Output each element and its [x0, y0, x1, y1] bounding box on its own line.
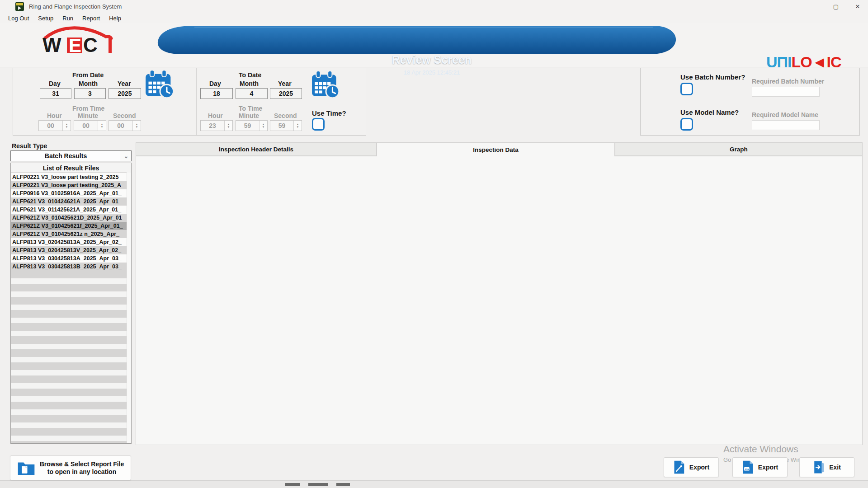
exit-button[interactable]: Exit [799, 457, 854, 477]
spinner-arrows-icon[interactable]: ▲▼ [132, 121, 141, 131]
file-list-scrollbar[interactable] [127, 173, 131, 443]
minimize-button[interactable]: – [803, 0, 824, 13]
tab-inspection-header-details[interactable]: Inspection Header Details [136, 142, 377, 156]
menu-item-run[interactable]: Run [58, 15, 78, 22]
result-file-item[interactable]: ALFP813 V3_020425813V_2025_Apr_02_ [11, 246, 131, 254]
to-second-label: Second [274, 112, 297, 119]
spinner-arrows-icon[interactable]: ▲▼ [98, 121, 106, 131]
use-time-label: Use Time? [312, 109, 346, 117]
to-hour-label: Hour [208, 112, 223, 119]
app-icon [15, 2, 24, 11]
result-file-list-header: List of Result Files [11, 163, 131, 173]
maximize-button[interactable]: ▢ [826, 0, 846, 13]
to-minute-spinner[interactable]: 59▲▼ [236, 120, 268, 131]
chevron-down-icon[interactable]: ⌄ [121, 151, 131, 161]
browse-report-button[interactable]: Browse & Select Report File to open in a… [10, 455, 131, 480]
result-file-item[interactable]: ALFP621 V3_011425621A_2025_Apr_01_ [11, 206, 131, 214]
to-year-field[interactable]: 2025 [270, 88, 302, 99]
menu-bar: Log Out Setup Run Report Help [0, 13, 868, 23]
result-file-item[interactable]: ALFP0221 V3_loose part testing 2_2025 [11, 173, 131, 181]
close-button[interactable]: ✕ [847, 0, 868, 13]
to-minute-label: Minute [239, 112, 259, 119]
result-file-item[interactable]: ALFP621Z V3_010425621z n_2025_Apr_ [11, 230, 131, 238]
export-pdf-button[interactable]: Export [664, 457, 719, 477]
menu-item-help[interactable]: Help [104, 15, 126, 22]
exit-door-icon [813, 460, 825, 474]
spinner-arrows-icon[interactable]: ▲▼ [62, 121, 71, 131]
spinner-arrows-icon[interactable]: ▲▼ [224, 121, 232, 131]
background-window-fragment [308, 483, 328, 486]
use-model-label: Use Model Name? [680, 108, 739, 116]
header: W E C Passion For Excellence Review Scre… [0, 23, 868, 67]
to-time-label: To Time [239, 105, 262, 112]
from-date-label: From Date [72, 71, 104, 79]
menu-item-logout[interactable]: Log Out [4, 15, 33, 22]
from-second-label: Second [113, 112, 136, 119]
spinner-arrows-icon[interactable]: ▲▼ [293, 121, 302, 131]
from-minute-label: Minute [78, 112, 98, 119]
spinner-arrows-icon[interactable]: ▲▼ [259, 121, 267, 131]
pdf-file-icon [673, 460, 685, 474]
to-calendar-icon [311, 70, 341, 100]
result-file-list: ALFP0221 V3_loose part testing 2_2025ALF… [11, 173, 131, 271]
from-hour-spinner[interactable]: 00▲▼ [38, 120, 71, 131]
to-day-field[interactable]: 18 [200, 88, 233, 99]
required-batch-label: Required Batch Number [752, 78, 824, 85]
title-bar: Ring and Flange Inspection System – ▢ ✕ [0, 0, 868, 13]
result-file-item[interactable]: ALFP0916 V3_01025916A_2025_Apr_01_ [11, 189, 131, 197]
use-model-checkbox[interactable] [680, 118, 693, 131]
result-file-item[interactable]: ALFP621Z V3_010425621f_2025_Apr_01_ [11, 222, 131, 230]
menu-item-report[interactable]: Report [78, 15, 104, 22]
window-title: Ring and Flange Inspection System [29, 3, 122, 10]
export-pdf-label: Export [689, 464, 709, 471]
to-month-label: Month [240, 80, 259, 87]
background-window-fragment [336, 483, 350, 486]
menu-item-setup[interactable]: Setup [33, 15, 58, 22]
svg-text:csv: csv [745, 468, 750, 470]
export-csv-button[interactable]: csv Export [732, 457, 788, 477]
from-minute-spinner[interactable]: 00▲▼ [74, 120, 106, 131]
result-file-item[interactable]: ALFP813 V3_020425813A_2025_Apr_02_ [11, 238, 131, 246]
to-month-field[interactable]: 4 [236, 88, 268, 99]
required-model-input[interactable] [752, 120, 820, 130]
required-batch-input[interactable] [752, 87, 820, 97]
from-day-field[interactable]: 31 [40, 88, 71, 99]
background-window-fragment [285, 483, 300, 486]
activate-windows-text: Activate Windows [723, 444, 798, 455]
from-month-field[interactable]: 3 [74, 88, 106, 99]
tab-graph[interactable]: Graph [615, 142, 863, 156]
banner-shape [0, 24, 868, 56]
from-year-field[interactable]: 2025 [108, 88, 141, 99]
to-second-spinner[interactable]: 59▲▼ [270, 120, 302, 131]
to-year-label: Year [278, 80, 292, 87]
result-type-dropdown[interactable]: Batch Results ⌄ [10, 150, 132, 161]
use-time-checkbox[interactable] [312, 118, 325, 131]
from-hour-label: Hour [47, 112, 62, 119]
result-file-item[interactable]: ALFP621Z V3_010425621D_2025_Apr_01 [11, 214, 131, 222]
background-window-strip [0, 480, 868, 488]
tab-inspection-data[interactable]: Inspection Data [377, 142, 615, 156]
to-hour-spinner[interactable]: 23▲▼ [200, 120, 233, 131]
tab-content-panel [136, 156, 863, 445]
export-csv-label: Export [758, 464, 778, 471]
batch-model-panel [640, 68, 860, 136]
result-type-label: Result Type [12, 142, 47, 150]
result-file-item[interactable]: ALFP813 V3_030425813B_2025_Apr_03_ [11, 263, 131, 271]
use-batch-label: Use Batch Number? [680, 73, 745, 81]
folder-icon [17, 460, 35, 476]
from-month-label: Month [79, 80, 98, 87]
to-day-label: Day [209, 80, 221, 87]
from-year-label: Year [118, 80, 131, 87]
result-file-listbox: List of Result Files ALFP0221 V3_loose p… [10, 163, 132, 444]
result-file-item[interactable]: ALFP0221 V3_loose part testing_2025_A [11, 181, 131, 189]
required-model-label: Required Model Name [752, 111, 818, 118]
from-second-spinner[interactable]: 00▲▼ [108, 120, 141, 131]
result-file-empty-rows [11, 271, 131, 444]
browse-label-line1: Browse & Select Report File [40, 460, 124, 468]
app-window: { "window": { "title": "Ring and Flange … [0, 0, 868, 488]
use-batch-checkbox[interactable] [680, 83, 693, 95]
result-file-item[interactable]: ALFP621 V3_010424621A_2025_Apr_01_ [11, 197, 131, 206]
csv-file-icon: csv [742, 460, 754, 474]
result-file-item[interactable]: ALFP813 V3_030425813A_2025_Apr_03_ [11, 254, 131, 263]
to-date-label: To Date [239, 71, 261, 79]
